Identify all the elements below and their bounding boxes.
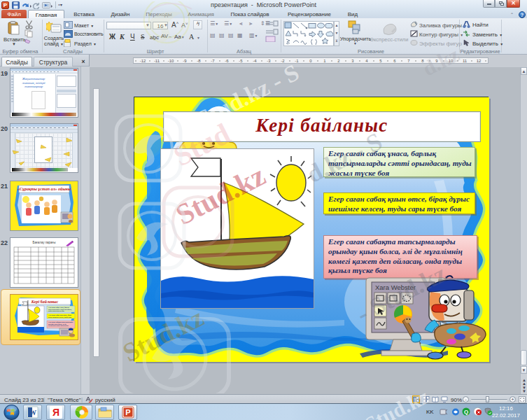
svg-text:0: 0 <box>309 59 312 63</box>
svg-text:4: 4 <box>365 59 368 63</box>
svg-text:-8: -8 <box>197 59 201 63</box>
svg-text:9: 9 <box>435 59 438 63</box>
svg-text:8: 8 <box>421 59 424 63</box>
svg-text:-9: -9 <box>183 59 187 63</box>
svg-text:1: 1 <box>323 59 326 63</box>
svg-text:-6: -6 <box>225 59 229 63</box>
svg-text:Я: Я <box>52 407 59 418</box>
svg-text:Xara Webster: Xara Webster <box>375 284 416 291</box>
svg-text:-3: -3 <box>267 59 271 63</box>
svg-text:Q: Q <box>464 409 468 415</box>
svg-text:11: 11 <box>463 59 468 63</box>
svg-text:-4: -4 <box>253 59 257 63</box>
svg-text:7: 7 <box>407 59 410 63</box>
svg-text:туды жасыл түске боя: туды жасыл түске боя <box>48 310 65 312</box>
svg-text:-10: -10 <box>168 59 174 63</box>
svg-text:3: 3 <box>351 59 354 63</box>
svg-text:-12: -12 <box>140 59 146 63</box>
svg-text:мұғалімнің көмегі қажет деп: мұғалімнің көмегі қажет деп <box>48 325 69 326</box>
svg-text:Кері байланыс: Кері байланыс <box>31 300 59 304</box>
svg-text:-1: -1 <box>295 59 299 63</box>
svg-text:12: 12 <box>477 59 482 63</box>
svg-text:5: 5 <box>379 59 382 63</box>
svg-text:-7: -7 <box>211 59 215 63</box>
svg-text:6: 6 <box>393 59 396 63</box>
svg-text:P: P <box>125 408 130 416</box>
svg-text:«Сұрақты ұстап ал» ойыны: «Сұрақты ұстап ал» ойыны <box>17 187 71 191</box>
svg-text:10: 10 <box>449 59 454 63</box>
svg-text:2: 2 <box>337 59 340 63</box>
svg-text:W: W <box>29 409 36 416</box>
svg-text:-5: -5 <box>239 59 243 63</box>
svg-text:-11: -11 <box>154 59 160 63</box>
svg-text:-2: -2 <box>281 59 285 63</box>
